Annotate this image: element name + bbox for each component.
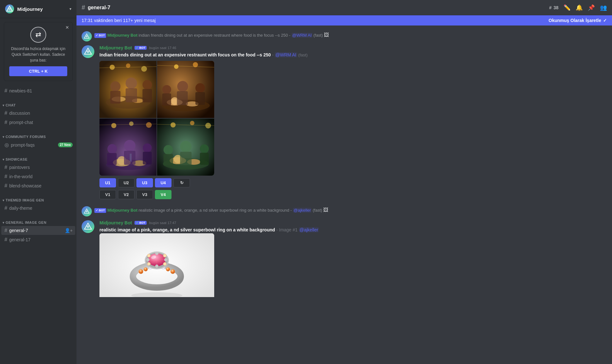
svg-point-55 bbox=[164, 145, 173, 155]
mention-ajkeller-2[interactable]: @ajkeller bbox=[299, 227, 319, 232]
mention-ajkeller[interactable]: @ajkeller bbox=[293, 208, 311, 213]
channel-label: prompt-chat bbox=[9, 120, 73, 125]
sidebar-item-general-7[interactable]: # general-7 👤+ bbox=[1, 226, 75, 235]
svg-point-3 bbox=[86, 35, 88, 37]
section-header-community[interactable]: ▾ COMMUNITY FORUMS bbox=[0, 130, 76, 140]
bot-avatar-large bbox=[82, 45, 94, 58]
sidebar-item-in-the-world[interactable]: # in-the-world bbox=[1, 172, 75, 181]
channel-section-showcase: ▾ SHOWCASE # paintovers # in-the-world #… bbox=[0, 151, 76, 192]
image-icon[interactable]: 🖼 bbox=[324, 32, 329, 38]
image-grid-dining[interactable] bbox=[99, 61, 214, 176]
hash-icon: # bbox=[4, 174, 7, 179]
u1-button[interactable]: U1 bbox=[99, 178, 116, 187]
svg-point-88 bbox=[164, 258, 167, 261]
dining-image-br bbox=[157, 119, 214, 176]
channel-section-above: # newbies-81 bbox=[0, 85, 76, 97]
server-header[interactable]: Midjourney ▾ bbox=[0, 0, 76, 18]
svg-rect-60 bbox=[200, 153, 209, 165]
hash-icon: # bbox=[4, 205, 7, 211]
dining-image-bl bbox=[99, 119, 157, 176]
hash-icon: # bbox=[4, 228, 7, 233]
svg-point-75 bbox=[171, 269, 175, 274]
edit-icon[interactable]: ✏️ bbox=[564, 4, 571, 11]
svg-point-66 bbox=[86, 210, 88, 212]
svg-point-93 bbox=[147, 262, 150, 266]
sidebar-item-blend-showcase[interactable]: # blend-showcase bbox=[1, 181, 75, 190]
u2-button[interactable]: U2 bbox=[118, 178, 135, 187]
bot-avatar-large-2 bbox=[82, 220, 94, 233]
channel-label: newbies-81 bbox=[9, 88, 73, 93]
bot-badge: ✓ BOT bbox=[135, 46, 147, 50]
message-group-1: Midjourney Bot ✓ BOT bugün saat 17:46 In… bbox=[76, 43, 612, 202]
message-timestamp-2: bugün saat 17:47 bbox=[149, 221, 176, 225]
message-author-2[interactable]: Midjourney Bot bbox=[99, 220, 132, 225]
sidebar-item-discussion[interactable]: # discussion bbox=[1, 109, 75, 118]
new-badge: 27 New bbox=[58, 142, 73, 147]
mark-read-button[interactable]: Okunmuş Olarak İşaretle ✓ bbox=[549, 18, 607, 23]
ctrl-k-button[interactable]: CTRL + K bbox=[9, 66, 67, 76]
prompt-bold-2: realistic image of a pink, orange, a nd … bbox=[99, 227, 275, 232]
u4-button[interactable]: U4 bbox=[155, 178, 171, 187]
sidebar-item-general-17[interactable]: # general-17 bbox=[1, 235, 75, 244]
sidebar-item-newbies-81[interactable]: # newbies-81 bbox=[1, 86, 75, 95]
svg-rect-43 bbox=[107, 153, 117, 165]
u3-button[interactable]: U3 bbox=[136, 178, 153, 187]
switch-arrows-icon: ⇄ bbox=[30, 27, 46, 43]
section-header-themed[interactable]: ▾ THEMED IMAGE GEN bbox=[0, 193, 76, 203]
v3-button[interactable]: V3 bbox=[136, 190, 153, 199]
bot-badge-inline-2: ✓ BOT bbox=[94, 208, 106, 213]
sidebar-item-prompt-faqs[interactable]: ◎ prompt-faqs 27 New bbox=[1, 140, 75, 149]
message-timestamp-1: bugün saat 17:46 bbox=[149, 46, 176, 50]
svg-rect-44 bbox=[124, 151, 135, 165]
svg-point-68 bbox=[87, 225, 89, 228]
system-author-1[interactable]: Midjourney Bot bbox=[107, 33, 139, 38]
sidebar-item-paintovers[interactable]: # paintovers bbox=[1, 163, 75, 172]
tooltip-arrows: ⇄ bbox=[9, 27, 67, 43]
image-icon-2[interactable]: 🖼 bbox=[323, 207, 328, 213]
message-text-2: realistic image of a pink, orange, a nd … bbox=[99, 227, 607, 233]
v4-button[interactable]: V4 bbox=[155, 190, 171, 199]
hash-icon: # bbox=[4, 88, 7, 94]
v1-button[interactable]: V1 bbox=[99, 190, 116, 199]
checkmark-icon: ✓ bbox=[96, 208, 98, 213]
section-header-general-image[interactable]: ▾ GENERAL IMAGE GEN bbox=[0, 215, 76, 226]
mention-wrm-ai-2[interactable]: @WRM AI bbox=[275, 52, 297, 57]
svg-point-57 bbox=[200, 144, 209, 153]
sidebar-item-prompt-chat[interactable]: # prompt-chat bbox=[1, 118, 75, 127]
section-header-showcase[interactable]: ▾ SHOWCASE bbox=[0, 152, 76, 163]
channel-label: paintovers bbox=[9, 165, 73, 170]
svg-point-73 bbox=[144, 267, 148, 271]
chevron-icon: ▾ bbox=[3, 135, 4, 139]
members-icon[interactable]: 👥 bbox=[600, 4, 607, 11]
bot-badge-2: ✓ BOT bbox=[135, 221, 147, 225]
system-content-1: ✓ BOT Midjourney Bot indian friends dini… bbox=[94, 31, 329, 39]
message-author-1[interactable]: Midjourney Bot bbox=[99, 45, 132, 50]
tooltip-text: Discord'da hızlıca dolaşmak için Quick S… bbox=[9, 46, 67, 63]
chevron-icon: ▾ bbox=[3, 221, 4, 224]
channel-label: prompt-faqs bbox=[11, 142, 58, 148]
svg-point-25 bbox=[162, 85, 171, 94]
pin-icon[interactable]: 📌 bbox=[588, 4, 595, 11]
system-message-1-header: ✓ BOT Midjourney Bot indian friends dini… bbox=[76, 31, 612, 42]
channel-section-general-image: ▾ GENERAL IMAGE GEN # general-7 👤+ # gen… bbox=[0, 214, 76, 246]
svg-rect-45 bbox=[143, 152, 152, 164]
v2-button[interactable]: V2 bbox=[118, 190, 135, 199]
bot-badge-inline: ✓ BOT bbox=[94, 33, 106, 38]
ring-image[interactable] bbox=[99, 233, 214, 297]
svg-point-74 bbox=[166, 267, 170, 271]
svg-rect-29 bbox=[177, 91, 188, 105]
channel-section-community: ▾ COMMUNITY FORUMS ◎ prompt-faqs 27 New bbox=[0, 128, 76, 151]
hash-icon: # bbox=[4, 110, 7, 116]
svg-point-31 bbox=[174, 64, 178, 69]
system-tag-1: (fast) bbox=[313, 33, 324, 38]
refresh-button[interactable]: ↻ bbox=[173, 178, 190, 187]
server-icon bbox=[5, 4, 14, 13]
section-header-chat[interactable]: ▾ CHAT bbox=[0, 98, 76, 108]
server-name: Midjourney bbox=[17, 6, 43, 12]
sidebar-item-daily-theme[interactable]: # daily-theme bbox=[1, 204, 75, 213]
system-author-2[interactable]: Midjourney Bot bbox=[107, 208, 139, 213]
svg-point-5 bbox=[87, 50, 89, 53]
mention-wrm-ai[interactable]: @WRM AI bbox=[292, 33, 312, 38]
bell-icon[interactable]: 🔔 bbox=[576, 4, 583, 11]
separator: - bbox=[272, 52, 275, 57]
